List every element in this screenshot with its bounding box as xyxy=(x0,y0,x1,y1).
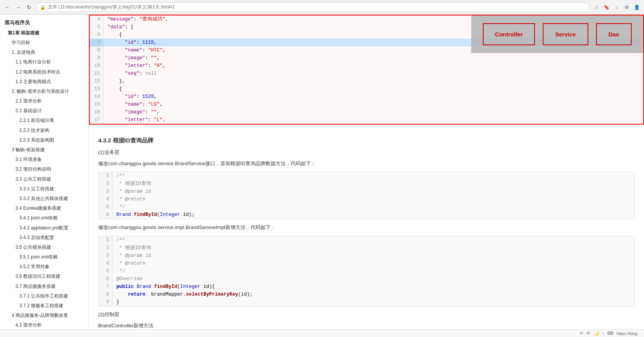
json-line-15: 15 "name": "LG", xyxy=(90,101,643,108)
code-container-2: 1 /** 2 * 根据ID查询 3 * @param id 4 * @retu… xyxy=(99,236,634,306)
status-bar: ↻ 中 🌙 ↕ ⌨ https://blog... xyxy=(0,329,644,337)
sidebar-item-3-4-1[interactable]: 3.4.1 pom.xml依赖 xyxy=(0,213,89,223)
sidebar-item-3-5-1[interactable]: 3.5.1 pom.xml依赖 xyxy=(0,252,89,262)
menu-button[interactable]: ⚙ xyxy=(622,3,631,12)
code1-line-6: 6 Brand findById(Integer id); xyxy=(99,211,634,219)
sidebar-item-3-7-2[interactable]: 3.7.2 微服务工程搭建 xyxy=(0,301,89,311)
code1-line-4: 4 * @return xyxy=(99,195,634,203)
status-url: https://blog... xyxy=(617,331,641,336)
code2-line-8: 8 return brandMapper.selectByPrimaryKey(… xyxy=(99,291,634,298)
sidebar-item-2-2-1[interactable]: 2.2.1 前后端分离 xyxy=(0,116,89,125)
main-layout: 黑马程序员 第1章 框架搭建 学习目标 1. 走进电商 1.1 电商行业分析 1… xyxy=(0,15,644,329)
sidebar-item-2[interactable]: 2. 畅购-需求分析与系统设计 xyxy=(0,87,89,96)
sidebar-item-3-1[interactable]: 3.1 环境准备 xyxy=(0,155,89,164)
content-area: 4 "message": "查询成功", 5 "data": [ 6 { 7 "… xyxy=(89,15,644,329)
sidebar-item-1-3[interactable]: 1.3 主要电商模式 xyxy=(0,77,89,87)
address-bar[interactable]: 🔒 文件 | D:/documents/changgou/讲义/day01/讲义… xyxy=(36,2,590,12)
sidebar-item-3-2[interactable]: 3.2 项目结构说明 xyxy=(0,164,89,174)
sub-heading-2: (2)控制层 xyxy=(98,311,635,318)
sidebar-item-3-7-1[interactable]: 3.7.1 公共组件工程搭建 xyxy=(0,291,89,301)
service-button[interactable]: Service xyxy=(543,23,588,45)
content-text-1: 修改com.changgou.goods.service.BrandServic… xyxy=(98,159,635,168)
code1-line-2: 2 * 根据ID查询 xyxy=(99,180,634,188)
content-body: 4.3.2 根据ID查询品牌 (1)业务层 修改com.changgou.goo… xyxy=(89,125,644,329)
sidebar-item-2-1[interactable]: 2.1 需求分析 xyxy=(0,96,89,106)
forward-button[interactable]: → xyxy=(14,3,22,12)
code2-line-3: 3 * @param id xyxy=(99,252,634,260)
sidebar-item-4-1[interactable]: 4.1 需求分析 xyxy=(0,320,89,329)
controller-button[interactable]: Controller xyxy=(483,23,535,45)
sidebar: 黑马程序员 第1章 框架搭建 学习目标 1. 走进电商 1.1 电商行业分析 1… xyxy=(0,15,89,329)
code2-line-9: 9 } xyxy=(99,298,634,306)
reload-button[interactable]: ↻ xyxy=(25,3,33,12)
code2-line-4: 4 * @return xyxy=(99,260,634,267)
extension2-button[interactable]: ↓ xyxy=(612,3,621,12)
sidebar-item-3[interactable]: 3 畅购-框架搭建 xyxy=(0,145,89,155)
json-line-12: 12 }, xyxy=(90,77,643,85)
dao-button[interactable]: Dao xyxy=(596,23,632,45)
status-theme: 🌙 xyxy=(594,331,599,336)
extension1-button[interactable]: 🔖 xyxy=(602,3,611,12)
sidebar-item-2-2-3[interactable]: 2.2.3 系统架构图 xyxy=(0,135,89,145)
address-text: 文件 | D:/documents/changgou/讲义/day01/讲义/第… xyxy=(48,4,175,10)
json-code-section: 4 "message": "查询成功", 5 "data": [ 6 { 7 "… xyxy=(89,15,644,125)
sidebar-item-3-3[interactable]: 3.3 公共工程搭建 xyxy=(0,174,89,184)
json-line-14: 14 "id": 1528, xyxy=(90,93,643,101)
json-line-9: 9 "image": "", xyxy=(90,54,643,62)
sidebar-item-3-3-2[interactable]: 3.3.2 其他公共模块搭建 xyxy=(0,194,89,204)
overlay-panel: Controller Service Dao xyxy=(471,15,643,53)
content-text-3: BrandController新增方法 xyxy=(98,321,635,329)
bookmark-button[interactable]: ☆ xyxy=(592,3,601,12)
sidebar-item-1-1[interactable]: 1.1 电商行业分析 xyxy=(0,57,89,67)
content-text-2: 修改com.changgou.goods.service.impl.BrandS… xyxy=(98,223,635,232)
browser-actions: ☆ 🔖 ↓ ⚙ 👤 xyxy=(592,3,641,12)
sidebar-item-3-5[interactable]: 3.5 公共模块搭建 xyxy=(0,243,89,252)
code1-line-5: 5 */ xyxy=(99,203,634,211)
back-button[interactable]: ← xyxy=(3,3,12,12)
address-icon: 🔒 xyxy=(40,5,46,10)
sidebar-item-3-3-1[interactable]: 3.3.1 父工程搭建 xyxy=(0,184,89,194)
status-lang: 中 xyxy=(586,330,591,336)
code1-line-3: 3 * @param id xyxy=(99,188,634,195)
code2-line-6: 6 @Override xyxy=(99,275,634,283)
json-line-13: 13 { xyxy=(90,85,643,93)
code1-line-1: 1 /** xyxy=(99,172,634,180)
sidebar-item-chapter1[interactable]: 第1章 框架搭建 xyxy=(0,28,89,38)
code-block-impl: 1 /** 2 * 根据ID查询 3 * @param id 4 * @retu… xyxy=(98,236,635,306)
sidebar-item-3-4-3[interactable]: 3.4.3 启动类配置 xyxy=(0,233,89,243)
sidebar-item-3-4-2[interactable]: 3.4.2 appliation.yml配置 xyxy=(0,223,89,233)
sidebar-item-4[interactable]: 4 商品微服务-品牌增删改查 xyxy=(0,311,89,320)
json-line-16: 16 "image": "", xyxy=(90,108,643,116)
code2-line-1: 1 /** xyxy=(99,236,634,244)
sidebar-item-1-2[interactable]: 1.2 电商系统技术特点 xyxy=(0,67,89,77)
sidebar-item-3-7[interactable]: 3.7 商品微服务搭建 xyxy=(0,282,89,291)
json-line-10: 10 "letter": "H", xyxy=(90,62,643,70)
code2-line-5: 5 */ xyxy=(99,267,634,275)
sidebar-title[interactable]: 黑马程序员 xyxy=(0,18,89,28)
sidebar-item-3-5-2[interactable]: 3.5.2 常用对象 xyxy=(0,262,89,272)
sidebar-item-2-2-2[interactable]: 2.2.2 技术架构 xyxy=(0,126,89,135)
sidebar-item-goal[interactable]: 学习目标 xyxy=(0,38,89,48)
code2-line-2: 2 * 根据ID查询 xyxy=(99,244,634,252)
browser-chrome: ← → ↻ 🔒 文件 | D:/documents/changgou/讲义/da… xyxy=(0,0,644,15)
sidebar-item-3-6[interactable]: 3.6 数据访问工程搭建 xyxy=(0,272,89,281)
sidebar-item-ec[interactable]: 1. 走进电商 xyxy=(0,48,89,57)
status-keyboard: ⌨ xyxy=(607,331,613,336)
status-reload: ↻ xyxy=(580,331,583,336)
account-button[interactable]: 👤 xyxy=(632,3,641,12)
sidebar-item-2-2[interactable]: 2.2 基础设计 xyxy=(0,106,89,116)
section-heading-4-3-2: 4.3.2 根据ID查询品牌 xyxy=(98,137,635,144)
sidebar-item-3-4[interactable]: 3.4 Eureka微服务搭建 xyxy=(0,204,89,213)
code2-line-7: 7 public Brand findById(Integer id){ xyxy=(99,283,634,291)
json-line-11: 11 "seq": null xyxy=(90,70,643,77)
sub-heading-1: (1)业务层 xyxy=(98,149,635,156)
code-container-1: 1 /** 2 * 根据ID查询 3 * @param id 4 * @retu… xyxy=(99,172,634,219)
json-line-17: 17 "letter": "L". xyxy=(90,116,643,124)
code-block-interface: 1 /** 2 * 根据ID查询 3 * @param id 4 * @retu… xyxy=(98,172,635,219)
status-scroll: ↕ xyxy=(602,331,605,336)
